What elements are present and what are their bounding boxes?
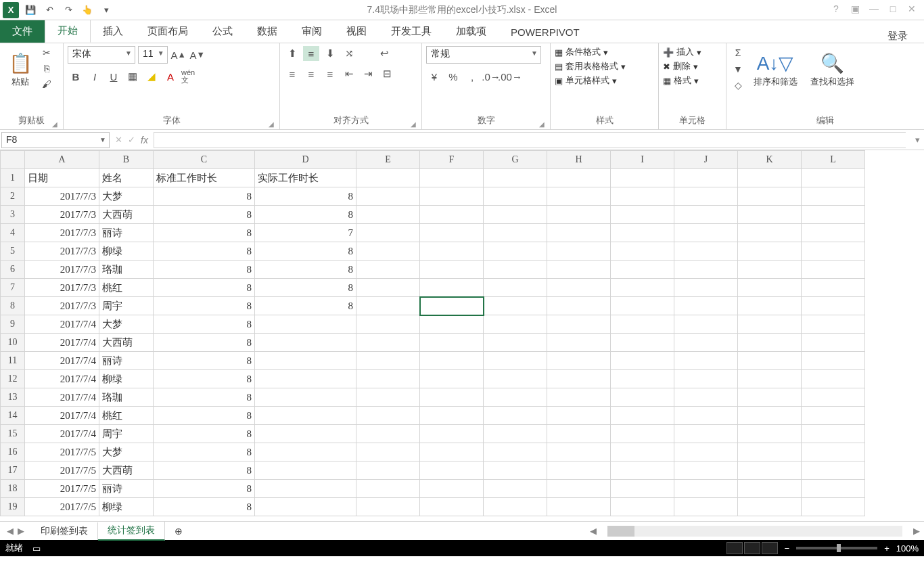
- cell-D8[interactable]: 8: [255, 297, 356, 315]
- cell-B6[interactable]: 珞珈: [99, 261, 154, 279]
- row-header-6[interactable]: 6: [1, 261, 25, 279]
- cell-B15[interactable]: 周宇: [99, 425, 154, 443]
- cell-K13[interactable]: [738, 388, 802, 407]
- cell-F13[interactable]: [420, 388, 484, 407]
- cell-I18[interactable]: [611, 480, 674, 498]
- dialog-launcher-icon[interactable]: ◢: [269, 120, 274, 128]
- cell-J16[interactable]: [674, 443, 738, 461]
- cell-J5[interactable]: [674, 242, 738, 261]
- cell-E14[interactable]: [356, 407, 420, 425]
- sheet-tab-1[interactable]: 印刷签到表: [31, 522, 98, 540]
- cell-C9[interactable]: 8: [154, 315, 255, 334]
- fill-icon[interactable]: ▼: [731, 62, 745, 76]
- cell-K19[interactable]: [738, 498, 802, 516]
- cell-L16[interactable]: [802, 443, 865, 461]
- cell-L7[interactable]: [802, 279, 865, 297]
- cell-K6[interactable]: [738, 261, 802, 279]
- zoom-level[interactable]: 100%: [896, 543, 919, 554]
- tab-addin[interactable]: 加载项: [444, 20, 499, 43]
- cell-E15[interactable]: [356, 425, 420, 443]
- row-header-19[interactable]: 19: [1, 498, 25, 516]
- cell-E13[interactable]: [356, 388, 420, 407]
- cell-L13[interactable]: [802, 388, 865, 407]
- cell-F7[interactable]: [420, 279, 484, 297]
- cell-E16[interactable]: [356, 443, 420, 461]
- cell-F8[interactable]: [420, 297, 484, 315]
- cell-J1[interactable]: [674, 169, 738, 187]
- cell-D15[interactable]: [255, 425, 356, 443]
- cell-K2[interactable]: [738, 187, 802, 206]
- cell-styles-button[interactable]: ▣ 单元格样式 ▾: [555, 74, 626, 87]
- macro-record-icon[interactable]: ▭: [32, 543, 41, 554]
- cell-A14[interactable]: 2017/7/4: [25, 407, 99, 425]
- cell-E18[interactable]: [356, 480, 420, 498]
- cell-C19[interactable]: 8: [154, 498, 255, 516]
- cell-F16[interactable]: [420, 443, 484, 461]
- cell-D12[interactable]: [255, 370, 356, 388]
- cell-B5[interactable]: 柳绿: [99, 242, 154, 261]
- cell-A16[interactable]: 2017/7/5: [25, 443, 99, 461]
- cell-B8[interactable]: 周宇: [99, 297, 154, 315]
- cell-G14[interactable]: [484, 407, 547, 425]
- cell-G5[interactable]: [484, 242, 547, 261]
- cell-C5[interactable]: 8: [154, 242, 255, 261]
- cell-I6[interactable]: [611, 261, 674, 279]
- cell-H14[interactable]: [547, 407, 611, 425]
- cell-E9[interactable]: [356, 315, 420, 334]
- cell-F3[interactable]: [420, 206, 484, 224]
- cell-B12[interactable]: 柳绿: [99, 370, 154, 388]
- cell-F2[interactable]: [420, 187, 484, 206]
- increase-decimal-icon[interactable]: .0→: [483, 69, 499, 84]
- cell-L2[interactable]: [802, 187, 865, 206]
- decrease-font-icon[interactable]: A▼: [189, 47, 206, 62]
- cell-H5[interactable]: [547, 242, 611, 261]
- cell-G13[interactable]: [484, 388, 547, 407]
- decrease-indent-icon[interactable]: ⇤: [341, 66, 357, 81]
- col-header-K[interactable]: K: [738, 151, 802, 169]
- dialog-launcher-icon[interactable]: ◢: [52, 120, 57, 128]
- cell-H7[interactable]: [547, 279, 611, 297]
- cell-A11[interactable]: 2017/7/4: [25, 352, 99, 370]
- cell-H3[interactable]: [547, 206, 611, 224]
- row-header-3[interactable]: 3: [1, 206, 25, 224]
- new-sheet-button[interactable]: ⊕: [165, 523, 192, 539]
- cell-C10[interactable]: 8: [154, 334, 255, 352]
- cell-F18[interactable]: [420, 480, 484, 498]
- col-header-D[interactable]: D: [255, 151, 356, 169]
- cell-E17[interactable]: [356, 461, 420, 480]
- cell-A5[interactable]: 2017/7/3: [25, 242, 99, 261]
- cell-H2[interactable]: [547, 187, 611, 206]
- row-header-11[interactable]: 11: [1, 352, 25, 370]
- percent-icon[interactable]: %: [445, 69, 461, 84]
- cell-K17[interactable]: [738, 461, 802, 480]
- row-header-10[interactable]: 10: [1, 334, 25, 352]
- tab-powerpivot[interactable]: POWERPIVOT: [499, 22, 592, 43]
- row-header-2[interactable]: 2: [1, 187, 25, 206]
- cell-D4[interactable]: 7: [255, 224, 356, 242]
- cell-H17[interactable]: [547, 461, 611, 480]
- cell-C2[interactable]: 8: [154, 187, 255, 206]
- conditional-format-button[interactable]: ▦ 条件格式 ▾: [555, 46, 626, 58]
- cell-K18[interactable]: [738, 480, 802, 498]
- autosum-icon[interactable]: Σ: [731, 46, 745, 60]
- cell-E12[interactable]: [356, 370, 420, 388]
- cell-F10[interactable]: [420, 334, 484, 352]
- cell-E3[interactable]: [356, 206, 420, 224]
- cell-B13[interactable]: 珞珈: [99, 388, 154, 407]
- cell-D1[interactable]: 实际工作时长: [255, 169, 356, 187]
- italic-button[interactable]: I: [87, 69, 103, 84]
- cell-L18[interactable]: [802, 480, 865, 498]
- cell-I13[interactable]: [611, 388, 674, 407]
- cell-L9[interactable]: [802, 315, 865, 334]
- minimize-icon[interactable]: —: [866, 3, 882, 17]
- align-center-icon[interactable]: ≡: [303, 66, 319, 81]
- close-icon[interactable]: ✕: [904, 3, 920, 17]
- cell-C13[interactable]: 8: [154, 388, 255, 407]
- cell-G4[interactable]: [484, 224, 547, 242]
- row-header-14[interactable]: 14: [1, 407, 25, 425]
- cell-K4[interactable]: [738, 224, 802, 242]
- tab-data[interactable]: 数据: [245, 20, 290, 43]
- cell-D5[interactable]: 8: [255, 242, 356, 261]
- cell-J15[interactable]: [674, 425, 738, 443]
- cell-E2[interactable]: [356, 187, 420, 206]
